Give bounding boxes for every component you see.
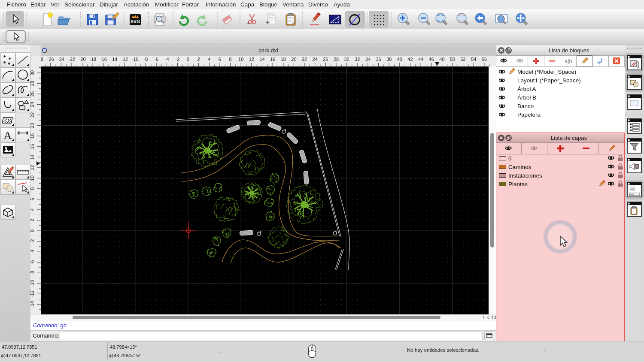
svg-text:42: 42: [407, 57, 413, 62]
svg-text:26: 26: [323, 57, 328, 62]
svg-text:12: 12: [30, 165, 35, 170]
svg-text:6: 6: [219, 57, 221, 62]
svg-text:40: 40: [397, 57, 402, 62]
svg-text:2: 2: [30, 219, 35, 221]
svg-text:10: 10: [238, 57, 243, 62]
svg-text:18: 18: [281, 57, 286, 62]
svg-text:26: 26: [30, 91, 35, 97]
svg-text:24: 24: [313, 57, 318, 62]
svg-text:-4: -4: [30, 250, 35, 254]
svg-text:56: 56: [482, 57, 487, 62]
svg-text:32: 32: [355, 57, 360, 62]
svg-text:2: 2: [197, 57, 200, 62]
svg-text:52: 52: [460, 57, 465, 62]
svg-text:-28: -28: [41, 57, 43, 62]
svg-text:-12: -12: [30, 290, 35, 297]
svg-text:-14: -14: [30, 301, 35, 308]
svg-text:-6: -6: [154, 57, 158, 62]
svg-text:36: 36: [376, 57, 381, 62]
svg-text:0: 0: [30, 229, 35, 232]
svg-text:28: 28: [334, 57, 339, 62]
svg-text:-20: -20: [79, 57, 86, 62]
svg-text:48: 48: [439, 57, 444, 62]
svg-text:24: 24: [30, 102, 35, 107]
svg-text:-8: -8: [30, 271, 35, 275]
svg-text:12: 12: [249, 57, 254, 62]
svg-text:44: 44: [418, 57, 423, 62]
svg-text:34: 34: [365, 57, 371, 62]
svg-text:54: 54: [471, 57, 476, 62]
svg-text:-18: -18: [89, 57, 96, 62]
svg-text:18: 18: [30, 133, 35, 139]
svg-text:SVG: SVG: [131, 19, 140, 24]
svg-text:4: 4: [208, 57, 210, 62]
svg-text:8: 8: [229, 57, 232, 62]
svg-text:46: 46: [429, 57, 434, 62]
svg-text:38: 38: [386, 57, 392, 62]
svg-text:50: 50: [450, 57, 455, 62]
svg-text:0: 0: [187, 57, 189, 62]
svg-text:-24: -24: [58, 57, 64, 62]
svg-text:6: 6: [30, 198, 35, 200]
svg-text:28: 28: [30, 81, 35, 86]
svg-text:10: 10: [30, 175, 35, 181]
svg-text:-22: -22: [68, 57, 75, 62]
svg-text:-26: -26: [47, 57, 54, 62]
svg-text:20: 20: [291, 57, 296, 62]
svg-text:-10: -10: [30, 280, 35, 287]
svg-text:8: 8: [30, 187, 35, 190]
svg-text:a|b: a|b: [565, 58, 572, 64]
svg-text:4: 4: [30, 208, 35, 211]
svg-text:14: 14: [30, 154, 35, 160]
svg-text:-2: -2: [30, 239, 35, 244]
svg-text:22: 22: [302, 57, 307, 62]
svg-text:14: 14: [259, 57, 264, 62]
svg-text:20: 20: [30, 123, 35, 128]
svg-text:A: A: [4, 129, 12, 142]
svg-text:30: 30: [30, 70, 35, 75]
svg-text:-14: -14: [111, 57, 118, 62]
svg-text:-2: -2: [176, 57, 180, 62]
svg-text:-8: -8: [144, 57, 148, 62]
svg-text:-12: -12: [121, 57, 128, 62]
svg-text:-10: -10: [132, 57, 139, 62]
svg-text:16: 16: [270, 57, 275, 62]
svg-text:-4: -4: [165, 57, 169, 62]
svg-text:16: 16: [30, 144, 35, 149]
svg-text:22: 22: [30, 112, 35, 118]
svg-text:-6: -6: [30, 260, 35, 265]
svg-text:30: 30: [344, 57, 349, 62]
svg-text:-16: -16: [100, 57, 107, 62]
